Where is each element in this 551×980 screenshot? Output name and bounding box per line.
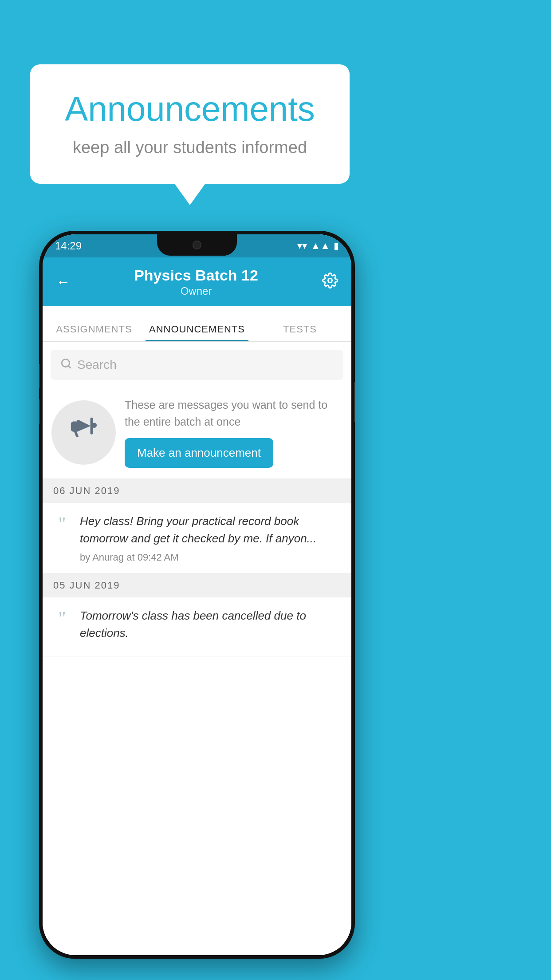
search-bar[interactable]: Search [51,350,343,380]
signal-icon: ▲▲ [311,240,330,252]
tabs-bar: ASSIGNMENTS ANNOUNCEMENTS TESTS [43,306,351,342]
settings-button[interactable] [322,273,338,292]
wifi-icon: ▾▾ [297,240,307,252]
phone-frame: 14:29 ▾▾ ▲▲ ▮ ← Physics Batch 12 Owner [39,231,355,959]
svg-point-0 [328,278,332,282]
header-subtitle: Owner [134,285,258,297]
announcement-text-2: Tomorrow's class has been cancelled due … [80,607,342,642]
back-button[interactable]: ← [56,274,70,290]
phone-notch [157,234,237,256]
phone-inner: 14:29 ▾▾ ▲▲ ▮ ← Physics Batch 12 Owner [43,234,351,955]
tab-announcements[interactable]: ANNOUNCEMENTS [146,324,248,341]
speech-bubble-wrapper: Announcements keep all your students inf… [30,64,350,184]
bubble-subtitle: keep all your students informed [57,138,323,157]
speech-bubble: Announcements keep all your students inf… [30,64,350,184]
status-time: 14:29 [55,240,82,252]
screen: 14:29 ▾▾ ▲▲ ▮ ← Physics Batch 12 Owner [43,234,351,955]
announcement-text-wrap-1: Hey class! Bring your practical record b… [80,513,342,563]
content-area: Search These are messages you want to [43,342,351,955]
power-button [354,382,355,422]
date-divider-1: 06 JUN 2019 [43,479,351,503]
search-placeholder-text: Search [77,358,117,372]
quote-icon-1: " [51,514,73,533]
header-center: Physics Batch 12 Owner [134,267,258,297]
megaphone-circle [51,400,116,465]
volume-up-button [39,364,40,388]
status-icons: ▾▾ ▲▲ ▮ [297,240,339,252]
cta-right: These are messages you want to send to t… [125,397,342,468]
date-divider-2: 05 JUN 2019 [43,573,351,597]
announcement-text-wrap-2: Tomorrow's class has been cancelled due … [80,607,342,646]
tab-assignments[interactable]: ASSIGNMENTS [43,324,146,341]
announcement-text-1: Hey class! Bring your practical record b… [80,513,342,547]
announcement-cta-section: These are messages you want to send to t… [43,386,351,479]
quote-icon-2: " [51,609,73,628]
bubble-title: Announcements [57,89,323,129]
announcement-meta-1: by Anurag at 09:42 AM [80,552,342,563]
make-announcement-button[interactable]: Make an announcement [125,438,273,468]
cta-description: These are messages you want to send to t… [125,397,342,430]
front-camera [193,241,201,249]
megaphone-icon [68,414,99,451]
tab-tests[interactable]: TESTS [248,324,351,341]
svg-point-3 [91,423,97,428]
app-header: ← Physics Batch 12 Owner [43,257,351,306]
header-title: Physics Batch 12 [134,267,258,284]
announcement-item-2[interactable]: " Tomorrow's class has been cancelled du… [43,597,351,656]
volume-down-button [39,399,40,424]
search-icon [60,358,72,372]
svg-line-2 [68,366,71,368]
announcement-item-1[interactable]: " Hey class! Bring your practical record… [43,503,351,573]
battery-icon: ▮ [334,240,339,252]
